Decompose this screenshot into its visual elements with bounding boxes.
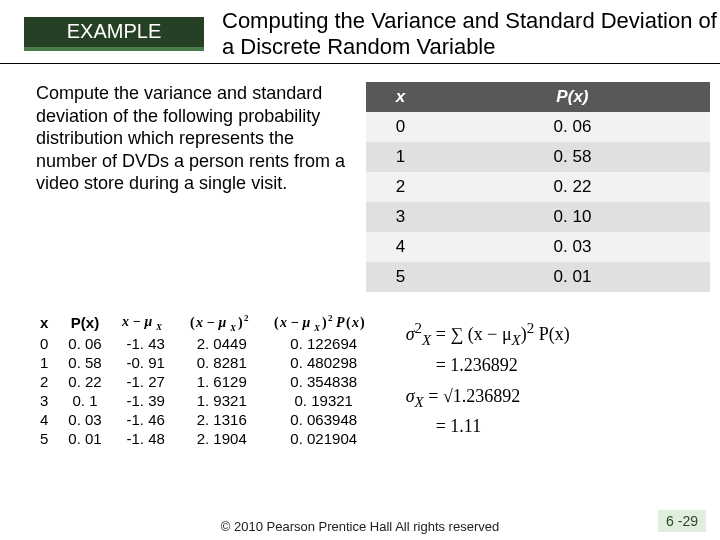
calc-header-row: x P(x) x − μ X ( x − μ X ) 2 ( — [30, 310, 384, 334]
sd-formula: σX = √1.236892 — [406, 386, 710, 411]
sd-value: = 1.11 — [436, 416, 710, 437]
table-row: 00. 06 — [366, 112, 710, 142]
calc-col-dev-sq: ( x − μ X ) 2 — [180, 310, 264, 334]
distribution-table: x P(x) 00. 06 10. 58 20. 22 30. 10 40. 0… — [366, 82, 710, 292]
svg-text:): ) — [322, 315, 327, 331]
table-row: 00. 06-1. 432. 04490. 122694 — [30, 334, 384, 353]
svg-text:x − μ: x − μ — [122, 314, 152, 329]
svg-text:X: X — [313, 323, 321, 333]
svg-text:(: ( — [346, 315, 351, 331]
svg-text:2: 2 — [244, 313, 249, 323]
svg-text:P: P — [336, 315, 345, 330]
table-row: 40. 03 — [366, 232, 710, 262]
table-row: 50. 01-1. 482. 19040. 021904 — [30, 429, 384, 448]
lower-region: x P(x) x − μ X ( x − μ X ) 2 ( — [0, 300, 720, 448]
example-badge: EXAMPLE — [24, 17, 204, 51]
table-row: 50. 01 — [366, 262, 710, 292]
table-header-row: x P(x) — [366, 82, 710, 112]
variance-formula: σ2X = ∑ (x − μX)2 P(x) — [406, 320, 710, 349]
svg-text:x − μ: x − μ — [279, 315, 310, 330]
table-row: 20. 22-1. 271. 61290. 354838 — [30, 372, 384, 391]
table-row: 40. 03-1. 462. 13160. 063948 — [30, 410, 384, 429]
calc-col-dev: x − μ X — [112, 310, 180, 334]
table-row: 30. 10 — [366, 202, 710, 232]
svg-text:X: X — [229, 323, 237, 333]
table-row: 30. 1-1. 391. 93210. 19321 — [30, 391, 384, 410]
col-header-px: P(x) — [435, 82, 710, 112]
calc-col-x: x — [30, 310, 58, 334]
slide-number: 6 -29 — [658, 510, 706, 532]
svg-text:2: 2 — [328, 313, 333, 323]
svg-text:(: ( — [274, 315, 279, 331]
calc-col-dev-sq-p: ( x − μ X ) 2 P ( x ) — [264, 310, 384, 334]
upper-region: Compute the variance and standard deviat… — [0, 64, 720, 300]
formula-block: σ2X = ∑ (x − μX)2 P(x) = 1.236892 σX = √… — [406, 310, 710, 443]
slide-header: EXAMPLE Computing the Variance and Stand… — [0, 0, 720, 64]
table-row: 20. 22 — [366, 172, 710, 202]
svg-text:x − μ: x − μ — [195, 315, 226, 330]
svg-text:X: X — [155, 322, 163, 332]
slide-title: Computing the Variance and Standard Devi… — [204, 8, 720, 59]
svg-text:): ) — [238, 315, 243, 331]
col-header-x: x — [366, 82, 435, 112]
copyright-footer: © 2010 Pearson Prentice Hall All rights … — [0, 519, 720, 534]
variance-value: = 1.236892 — [436, 355, 710, 376]
svg-text:x: x — [351, 315, 359, 330]
problem-prompt: Compute the variance and standard deviat… — [36, 82, 366, 292]
svg-text:): ) — [360, 315, 365, 331]
table-row: 10. 58 — [366, 142, 710, 172]
calculation-table: x P(x) x − μ X ( x − μ X ) 2 ( — [30, 310, 384, 448]
calc-col-px: P(x) — [58, 310, 111, 334]
svg-text:(: ( — [190, 315, 195, 331]
table-row: 10. 58-0. 910. 82810. 480298 — [30, 353, 384, 372]
